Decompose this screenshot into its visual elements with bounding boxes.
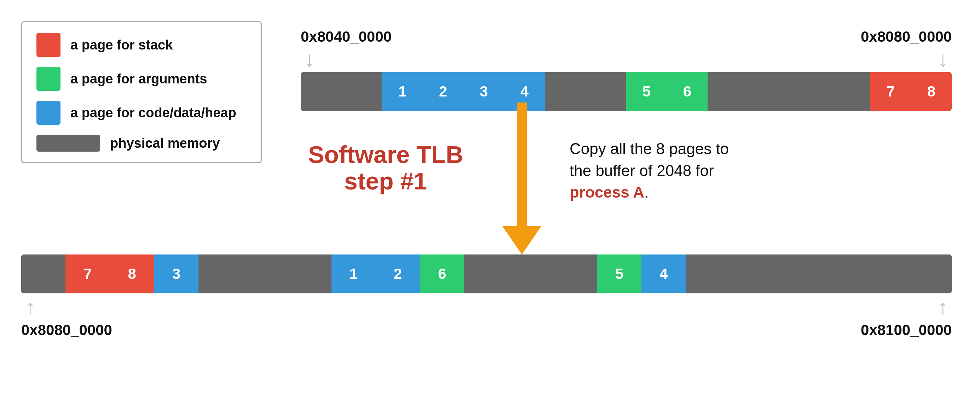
args-label: a page for arguments — [70, 71, 207, 87]
args-color-box — [37, 67, 60, 91]
bot-seg-2: 8 — [110, 255, 154, 293]
bot-seg-4 — [199, 255, 331, 293]
legend-item-stack: a page for stack — [37, 33, 247, 57]
code-color-box — [37, 101, 60, 125]
physical-color-box — [37, 135, 100, 152]
bottom-arrow-row: ↑ ↑ — [21, 297, 952, 318]
bot-seg-10: 4 — [641, 255, 686, 293]
top-seg-1: 1 — [382, 72, 423, 111]
stack-label: a page for stack — [70, 38, 173, 53]
bottom-memory-bar: 7 8 3 1 2 6 5 4 — [21, 255, 952, 293]
top-arrow-row: ↓ ↓ — [301, 49, 952, 70]
legend-item-physical: physical memory — [37, 135, 247, 152]
copy-text: Copy all the 8 pages to the buffer of 20… — [570, 138, 729, 203]
bot-seg-9: 5 — [597, 255, 641, 293]
bot-seg-8 — [464, 255, 597, 293]
top-seg-5 — [545, 72, 626, 111]
code-label: a page for code/data/heap — [70, 105, 236, 120]
bottom-right-arrow: ↑ — [937, 297, 948, 318]
top-seg-8 — [708, 72, 870, 111]
top-seg-0 — [301, 72, 382, 111]
bottom-address-row: 0x8080_0000 0x8100_0000 — [21, 321, 952, 339]
top-seg-10: 8 — [911, 72, 952, 111]
bottom-right-address: 0x8100_0000 — [861, 321, 952, 339]
top-right-arrow: ↓ — [937, 49, 948, 70]
bot-seg-11 — [686, 255, 952, 293]
bot-seg-3: 3 — [154, 255, 199, 293]
top-left-address: 0x8040_0000 — [301, 28, 391, 45]
top-address-row: 0x8040_0000 0x8080_0000 — [301, 28, 952, 45]
top-seg-7: 6 — [667, 72, 708, 111]
tlb-step-label: Software TLB step #1 — [301, 141, 471, 195]
top-memory-bar: 1 2 3 4 5 6 7 8 — [301, 72, 952, 111]
bot-seg-0 — [21, 255, 65, 293]
bottom-left-arrow: ↑ — [25, 297, 35, 318]
top-seg-3: 3 — [463, 72, 504, 111]
orange-arrow-head — [503, 226, 541, 255]
legend-box: a page for stack a page for arguments a … — [21, 21, 262, 163]
middle-section: Software TLB step #1 Copy all the 8 page… — [301, 134, 952, 203]
bot-seg-6: 2 — [376, 255, 420, 293]
bot-seg-1: 7 — [65, 255, 110, 293]
top-left-arrow: ↓ — [304, 49, 315, 70]
top-right-address: 0x8080_0000 — [861, 28, 952, 45]
legend-item-code: a page for code/data/heap — [37, 101, 247, 125]
legend-item-args: a page for arguments — [37, 67, 247, 91]
top-seg-9: 7 — [870, 72, 911, 111]
bottom-left-address: 0x8080_0000 — [21, 321, 112, 339]
top-bar-section: 0x8040_0000 0x8080_0000 ↓ ↓ 1 2 3 4 5 6 … — [301, 28, 952, 111]
stack-color-box — [37, 33, 60, 57]
top-seg-2: 2 — [423, 72, 463, 111]
top-seg-6: 5 — [626, 72, 667, 111]
bot-seg-5: 1 — [331, 255, 376, 293]
bottom-bar-section: 7 8 3 1 2 6 5 4 ↑ ↑ 0x8080_0000 0x8100_0… — [21, 255, 952, 339]
physical-label: physical memory — [110, 136, 220, 151]
bot-seg-7: 6 — [420, 255, 464, 293]
